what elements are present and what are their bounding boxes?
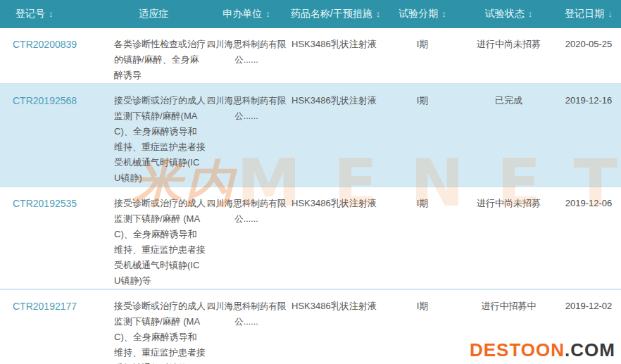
trial-status-cell: 已完成 bbox=[461, 84, 556, 187]
drug-name-cell: HSK3486乳状注射液 bbox=[287, 187, 384, 289]
trial-status-cell: 进行中尚未招募 bbox=[461, 187, 556, 289]
header-indication: 适应症 bbox=[102, 0, 206, 28]
registration-id-cell: CTR20192568 bbox=[0, 84, 102, 187]
sort-both-icon[interactable]: ↕ bbox=[49, 8, 54, 19]
registration-id-cell: CTR20192535 bbox=[0, 187, 102, 289]
header-label: 试验分期 bbox=[399, 8, 438, 19]
trial-phase-cell: I期 bbox=[384, 84, 461, 187]
registration-id-link[interactable]: CTR20192177 bbox=[13, 301, 77, 312]
indication-cell: 接受诊断或治疗的成人监测下镇静/麻醉 (MAC)、全身麻醉诱导和维持、重症监护患… bbox=[102, 289, 206, 364]
header-registration-date[interactable]: 登记日期↓ bbox=[556, 0, 621, 28]
indication-cell: 接受诊断或治疗的成人监测下镇静/麻醉(MAC)、全身麻醉诱导和维持、重症监护患者… bbox=[102, 84, 206, 187]
registration-id-cell: CTR20192177 bbox=[0, 289, 102, 364]
trial-phase-cell: I期 bbox=[384, 28, 461, 84]
registration-date-cell: 2019-12-16 bbox=[556, 84, 621, 187]
clinical-trials-table-page: 登记号↕ 适应症 申办单位↕ 药品名称/干预措施↕ 试验分期↕ 试验状态↕ bbox=[0, 0, 621, 364]
sort-both-icon[interactable]: ↕ bbox=[265, 8, 270, 19]
registration-id-link[interactable]: CTR20200839 bbox=[13, 39, 77, 50]
table-row-highlighted: CTR20192568 接受诊断或治疗的成人监测下镇静/麻醉(MAC)、全身麻醉… bbox=[0, 84, 621, 187]
header-trial-status[interactable]: 试验状态↕ bbox=[461, 0, 556, 28]
table-body: CTR20200839 各类诊断性检查或治疗的镇静/麻醉、全身麻醉诱导 四川海思… bbox=[0, 28, 621, 364]
header-trial-phase[interactable]: 试验分期↕ bbox=[384, 0, 461, 28]
clinical-trials-table: 登记号↕ 适应症 申办单位↕ 药品名称/干预措施↕ 试验分期↕ 试验状态↕ bbox=[0, 0, 621, 364]
header-label: 试验状态 bbox=[485, 8, 525, 19]
sponsor-cell: 四川海思科制药有限公...... bbox=[206, 187, 287, 289]
drug-name-cell: HSK3486乳状注射液 bbox=[287, 84, 384, 187]
header-sponsor[interactable]: 申办单位↕ bbox=[206, 0, 287, 28]
trial-phase-cell: I期 bbox=[384, 187, 461, 289]
header-label: 药品名称/干预措施 bbox=[291, 8, 372, 19]
drug-name-cell: HSK3486乳状注射液 bbox=[287, 28, 384, 84]
trial-status-cell: 进行中招募中 bbox=[461, 289, 556, 364]
header-label: 适应症 bbox=[139, 8, 169, 19]
table-header: 登记号↕ 适应症 申办单位↕ 药品名称/干预措施↕ 试验分期↕ 试验状态↕ bbox=[0, 0, 621, 28]
header-label: 登记号 bbox=[15, 8, 45, 19]
registration-date-cell: 2019-12-02 bbox=[556, 289, 621, 364]
table-row: CTR20192177 接受诊断或治疗的成人监测下镇静/麻醉 (MAC)、全身麻… bbox=[0, 289, 621, 364]
registration-id-cell: CTR20200839 bbox=[0, 28, 102, 84]
sort-both-icon[interactable]: ↕ bbox=[528, 8, 533, 19]
table-row: CTR20192535 接受诊断或治疗的成人监测下镇静/麻醉 (MAC)、全身麻… bbox=[0, 187, 621, 289]
sort-both-icon[interactable]: ↕ bbox=[441, 8, 446, 19]
sort-both-icon[interactable]: ↕ bbox=[376, 8, 381, 19]
sponsor-cell: 四川海思科制药有限公...... bbox=[206, 84, 287, 187]
trial-status-cell: 进行中尚未招募 bbox=[461, 28, 556, 84]
indication-cell: 接受诊断或治疗的成人监测下镇静/麻醉 (MAC)、全身麻醉诱导和维持、重症监护患… bbox=[102, 187, 206, 289]
header-drug-name[interactable]: 药品名称/干预措施↕ bbox=[287, 0, 384, 28]
sponsor-cell: 四川海思科制药有限公...... bbox=[206, 28, 287, 84]
registration-date-cell: 2020-05-25 bbox=[556, 28, 621, 84]
header-label: 申办单位 bbox=[222, 8, 262, 19]
drug-name-cell: HSK3486乳状注射液 bbox=[287, 289, 384, 364]
registration-id-link[interactable]: CTR20192568 bbox=[13, 95, 77, 106]
table-row: CTR20200839 各类诊断性检查或治疗的镇静/麻醉、全身麻醉诱导 四川海思… bbox=[0, 28, 621, 84]
trial-phase-cell: I期 bbox=[384, 289, 461, 364]
sponsor-cell: 四川海思科制药有限公...... bbox=[206, 289, 287, 364]
indication-cell: 各类诊断性检查或治疗的镇静/麻醉、全身麻醉诱导 bbox=[102, 28, 206, 84]
table-header-row: 登记号↕ 适应症 申办单位↕ 药品名称/干预措施↕ 试验分期↕ 试验状态↕ bbox=[0, 0, 621, 28]
header-label: 登记日期 bbox=[565, 8, 604, 19]
header-registration-id[interactable]: 登记号↕ bbox=[0, 0, 102, 28]
registration-date-cell: 2019-12-06 bbox=[556, 187, 621, 289]
sort-desc-icon[interactable]: ↓ bbox=[608, 8, 613, 19]
registration-id-link[interactable]: CTR20192535 bbox=[13, 198, 77, 209]
